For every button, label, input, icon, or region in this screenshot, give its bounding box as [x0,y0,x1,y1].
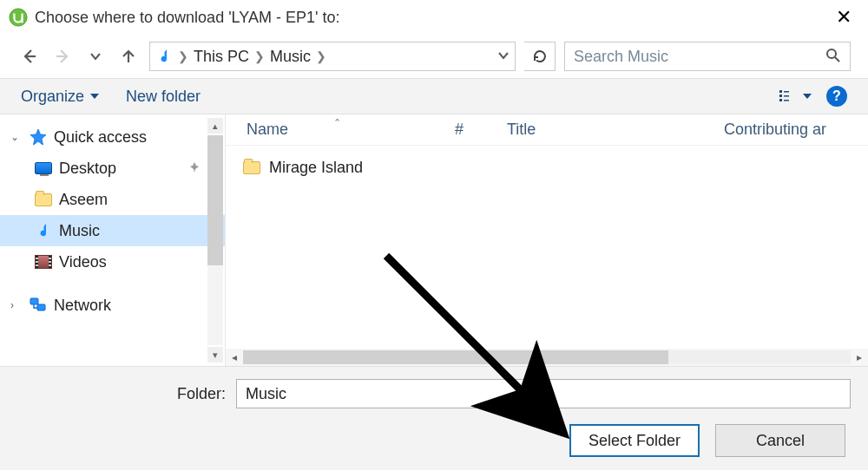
svg-rect-5 [784,95,789,97]
sidebar-item-label: Desktop [59,160,116,178]
scroll-down-button[interactable]: ▾ [207,347,223,362]
address-dropdown-icon[interactable] [497,49,510,64]
folder-icon [35,193,52,206]
sidebar-item-desktop[interactable]: Desktop [0,153,225,184]
sidebar-item-aseem[interactable]: Aseem [0,184,225,215]
network-icon [30,297,47,314]
nav-row: ❯ This PC ❯ Music ❯ Search Music [0,35,868,78]
utorrent-icon [9,8,28,27]
search-placeholder: Search Music [574,48,825,66]
svg-rect-8 [30,298,38,304]
sidebar-item-label: Aseem [59,191,108,209]
view-options-button[interactable] [779,89,812,103]
select-folder-button[interactable]: Select Folder [569,424,700,457]
search-icon [825,48,841,66]
music-icon [35,222,52,239]
column-header-contributing[interactable]: Contributing ar [724,121,868,139]
hscroll-thumb[interactable] [243,350,668,364]
recent-dropdown[interactable] [83,44,108,69]
address-bar[interactable]: ❯ This PC ❯ Music ❯ [149,42,516,71]
close-button[interactable]: ✕ [828,6,859,29]
scroll-up-button[interactable]: ▴ [207,118,223,134]
organize-menu[interactable]: Organize [21,88,100,106]
cancel-button[interactable]: Cancel [715,424,845,457]
breadcrumb-root[interactable]: This PC [194,48,249,66]
window-title: Choose where to download 'LYAM - EP1' to… [35,9,828,27]
breadcrumb-sep-icon: ❯ [316,49,326,63]
bottom-panel: Folder: Music Select Folder Cancel [0,366,868,470]
star-icon [30,128,47,146]
folder-name-value: Music [246,385,286,403]
help-button[interactable]: ? [826,86,847,107]
forward-button[interactable] [50,44,75,69]
quick-access-label: Quick access [54,128,147,147]
new-folder-button[interactable]: New folder [126,88,201,106]
music-location-icon [155,48,173,65]
svg-rect-3 [784,91,789,93]
sidebar-network[interactable]: › Network [0,290,225,321]
horizontal-scrollbar[interactable]: ◂ ▸ [226,349,868,366]
sidebar-item-label: Music [59,222,100,240]
main-panel: ⌃ Name # Title Contributing ar Mirage Is… [226,114,868,366]
toolbar: Organize New folder ? [0,78,868,114]
list-item[interactable]: Mirage Island [243,153,868,182]
breadcrumb-current[interactable]: Music [270,48,311,66]
column-header-name[interactable]: ⌃ Name [247,121,455,139]
svg-rect-4 [779,95,782,97]
column-header-title[interactable]: Title [507,121,724,139]
titlebar: Choose where to download 'LYAM - EP1' to… [0,0,868,35]
sidebar-scrollbar-thumb[interactable] [207,135,223,265]
folder-label: Folder: [17,385,226,403]
search-input[interactable]: Search Music [564,42,851,71]
up-button[interactable] [116,44,141,69]
sort-ascending-icon: ⌃ [333,117,341,128]
pin-icon [188,161,201,176]
refresh-button[interactable] [524,42,556,71]
file-list[interactable]: Mirage Island [226,146,868,349]
sidebar-item-music[interactable]: Music [0,215,225,246]
column-header-number[interactable]: # [455,121,507,139]
desktop-icon [35,162,52,174]
svg-rect-2 [779,90,782,93]
svg-point-0 [10,9,27,26]
network-label: Network [54,297,111,315]
scroll-right-button[interactable]: ▸ [851,351,868,363]
svg-rect-9 [37,304,45,310]
file-name: Mirage Island [269,159,363,177]
folder-name-input[interactable]: Music [236,379,851,408]
sidebar-quick-access[interactable]: ⌄ Quick access [0,121,225,153]
expand-icon[interactable]: ⌄ [10,131,23,143]
video-icon [35,255,52,269]
scroll-left-button[interactable]: ◂ [226,351,243,363]
organize-label: Organize [21,88,84,106]
breadcrumb-sep-icon: ❯ [178,49,188,63]
svg-rect-7 [784,100,789,101]
folder-icon [243,161,260,174]
back-button[interactable] [17,44,42,69]
expand-icon[interactable]: › [10,299,23,311]
sidebar-item-label: Videos [59,253,107,271]
svg-point-1 [827,49,836,58]
breadcrumb-sep-icon: ❯ [254,49,265,63]
hscroll-track[interactable] [243,350,851,364]
column-headers: ⌃ Name # Title Contributing ar [226,114,868,146]
sidebar: ▴ ▾ ⌄ Quick access Desktop Aseem [0,114,226,366]
sidebar-item-videos[interactable]: Videos [0,246,225,277]
svg-rect-6 [779,99,782,101]
